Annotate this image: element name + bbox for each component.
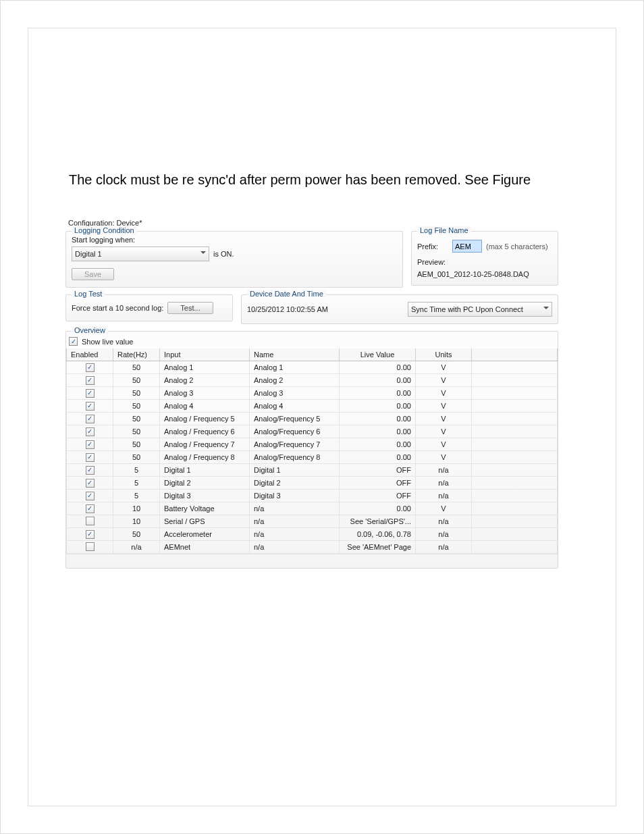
- test-button[interactable]: Test...: [167, 302, 213, 314]
- preview-value: AEM_001_2012-10-25-0848.DAQ: [417, 270, 529, 278]
- table-row[interactable]: 50Analog 3Analog 30.00V: [67, 387, 558, 400]
- row-units: V: [416, 451, 472, 464]
- row-enabled-checkbox[interactable]: [86, 363, 95, 372]
- row-rate: 50: [113, 374, 160, 387]
- row-rate: 50: [113, 413, 160, 425]
- row-input: Serial / GPS: [160, 515, 250, 528]
- row-enabled-checkbox[interactable]: [86, 453, 95, 462]
- col-live[interactable]: Live Value: [340, 348, 416, 361]
- row-name: n/a: [250, 502, 340, 515]
- row-live: 0.00: [340, 451, 416, 464]
- row-live: 0.00: [340, 374, 416, 387]
- start-logging-label: Start logging when:: [72, 236, 397, 244]
- row-enabled-checkbox[interactable]: [86, 402, 95, 411]
- row-rate: 50: [113, 387, 160, 400]
- table-row[interactable]: 5Digital 1Digital 1OFFn/a: [67, 464, 558, 477]
- row-input: Digital 2: [160, 477, 250, 490]
- logging-state-suffix: is ON.: [213, 250, 234, 258]
- row-name: n/a: [250, 515, 340, 528]
- row-enabled-checkbox[interactable]: [86, 415, 95, 423]
- col-input[interactable]: Input: [160, 348, 250, 361]
- table-row[interactable]: 50Accelerometern/a0.09, -0.06, 0.78n/a: [67, 528, 558, 541]
- row-input: Digital 1: [160, 464, 250, 477]
- overview-group: Overview Show live value Enabled Rate(Hz…: [65, 331, 558, 569]
- row-enabled-checkbox[interactable]: [86, 530, 95, 539]
- row-rate: 50: [113, 528, 160, 541]
- row-units: V: [416, 361, 472, 374]
- row-live: See 'AEMnet' Page: [340, 541, 416, 554]
- prefix-label: Prefix:: [417, 242, 448, 251]
- table-row[interactable]: 50Analog / Frequency 6Analog/Frequency 6…: [67, 425, 558, 438]
- datetime-legend: Device Date And Time: [247, 290, 326, 298]
- row-input: Analog 2: [160, 374, 250, 387]
- table-row[interactable]: 50Analog 2Analog 20.00V: [67, 374, 558, 387]
- row-enabled-checkbox[interactable]: [86, 504, 95, 513]
- row-name: Analog 2: [250, 374, 340, 387]
- logging-channel-dropdown[interactable]: Digital 1: [72, 246, 209, 261]
- datetime-value: 10/25/2012 10:02:55 AM: [247, 305, 328, 313]
- logging-legend: Logging Condition: [72, 226, 137, 234]
- logfile-group: Log File Name Prefix: (max 5 characters)…: [411, 231, 558, 286]
- row-input: Battery Voltage: [160, 502, 250, 515]
- row-live: 0.00: [340, 361, 416, 374]
- logtest-label: Force start a 10 second log:: [72, 304, 163, 312]
- row-input: Digital 3: [160, 490, 250, 502]
- row-enabled-checkbox[interactable]: [86, 427, 95, 436]
- table-row[interactable]: n/aAEMnetn/aSee 'AEMnet' Pagen/a: [67, 541, 558, 554]
- col-units[interactable]: Units: [416, 348, 472, 361]
- overview-table: Enabled Rate(Hz) Input Name Live Value U…: [66, 348, 558, 554]
- datetime-group: Device Date And Time 10/25/2012 10:02:55…: [241, 294, 558, 324]
- table-row[interactable]: 50Analog / Frequency 5Analog/Frequency 5…: [67, 413, 558, 425]
- row-enabled-checkbox[interactable]: [86, 492, 95, 500]
- row-name: Analog/Frequency 6: [250, 425, 340, 438]
- row-rate: n/a: [113, 541, 160, 554]
- row-enabled-checkbox[interactable]: [86, 376, 95, 385]
- caption-text: The clock must be re sync'd after perm p…: [69, 170, 582, 189]
- logfile-legend: Log File Name: [417, 226, 471, 234]
- row-live: 0.00: [340, 502, 416, 515]
- logtest-legend: Log Test: [72, 290, 105, 298]
- table-row[interactable]: 10Battery Voltagen/a0.00V: [67, 502, 558, 515]
- col-rate[interactable]: Rate(Hz): [113, 348, 160, 361]
- row-live: 0.00: [340, 413, 416, 425]
- row-enabled-checkbox[interactable]: [86, 466, 95, 475]
- table-row[interactable]: 50Analog / Frequency 8Analog/Frequency 8…: [67, 451, 558, 464]
- row-input: Analog 3: [160, 387, 250, 400]
- row-enabled-checkbox[interactable]: [86, 389, 95, 398]
- col-extra: [472, 348, 558, 361]
- row-enabled-checkbox[interactable]: [86, 542, 95, 551]
- row-live: OFF: [340, 464, 416, 477]
- row-name: Analog/Frequency 7: [250, 438, 340, 451]
- row-enabled-checkbox[interactable]: [86, 517, 95, 525]
- table-row[interactable]: 50Analog 1Analog 10.00V: [67, 361, 558, 374]
- row-rate: 5: [113, 464, 160, 477]
- col-enabled[interactable]: Enabled: [67, 348, 113, 361]
- show-live-checkbox[interactable]: [69, 337, 78, 346]
- row-enabled-checkbox[interactable]: [86, 440, 95, 449]
- row-name: n/a: [250, 528, 340, 541]
- row-units: V: [416, 400, 472, 413]
- table-row[interactable]: 50Analog / Frequency 7Analog/Frequency 7…: [67, 438, 558, 451]
- row-units: n/a: [416, 528, 472, 541]
- prefix-input[interactable]: [452, 240, 482, 253]
- show-live-label: Show live value: [82, 338, 133, 346]
- row-rate: 10: [113, 502, 160, 515]
- row-input: Analog / Frequency 8: [160, 451, 250, 464]
- row-name: Digital 2: [250, 477, 340, 490]
- table-row[interactable]: 50Analog 4Analog 40.00V: [67, 400, 558, 413]
- row-live: 0.09, -0.06, 0.78: [340, 528, 416, 541]
- row-units: n/a: [416, 477, 472, 490]
- table-row[interactable]: 10Serial / GPSn/aSee 'Serial/GPS'...n/a: [67, 515, 558, 528]
- col-name[interactable]: Name: [250, 348, 340, 361]
- save-button[interactable]: Save: [72, 268, 114, 280]
- sync-dropdown[interactable]: Sync Time with PC Upon Connect: [408, 302, 552, 317]
- table-row[interactable]: 5Digital 3Digital 3OFFn/a: [67, 490, 558, 502]
- row-input: Analog / Frequency 6: [160, 425, 250, 438]
- row-input: Analog 1: [160, 361, 250, 374]
- row-name: Analog 3: [250, 387, 340, 400]
- logtest-group: Log Test Force start a 10 second log: Te…: [65, 294, 233, 321]
- table-row[interactable]: 5Digital 2Digital 2OFFn/a: [67, 477, 558, 490]
- row-units: n/a: [416, 515, 472, 528]
- row-enabled-checkbox[interactable]: [86, 479, 95, 488]
- overview-legend: Overview: [72, 326, 108, 334]
